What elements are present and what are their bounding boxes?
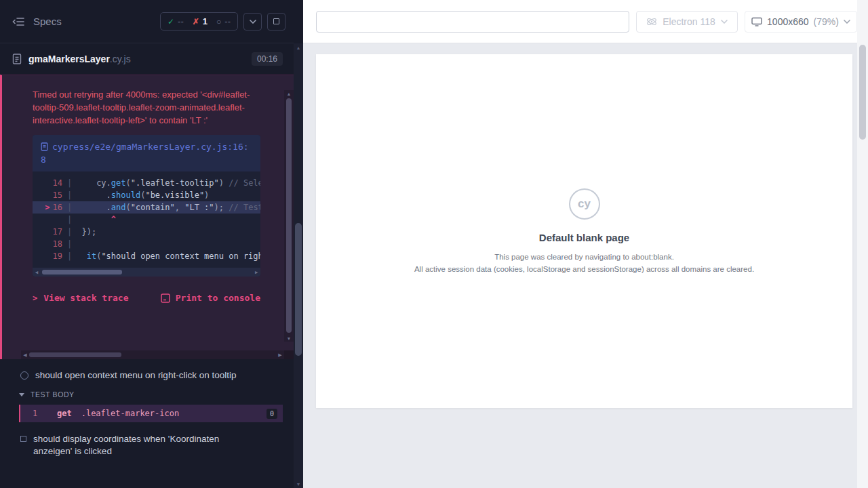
reporter-panel: Specs ✓ -- ✗ 1 ○ -- gm bbox=[0, 0, 294, 488]
viewport-size: 1000x660 bbox=[767, 16, 809, 27]
scrollbar-corner bbox=[284, 350, 294, 359]
scroll-up-arrow[interactable]: ▲ bbox=[284, 90, 294, 97]
test-item-coordinates[interactable]: should display coordinates when 'Koordin… bbox=[0, 422, 294, 462]
collapse-all-button[interactable] bbox=[243, 13, 262, 30]
chevron-down-icon bbox=[19, 393, 24, 396]
error-horizontal-scrollbar[interactable]: ◀ ▶ bbox=[21, 350, 284, 359]
view-stack-trace-link[interactable]: View stack trace bbox=[43, 293, 128, 303]
test-item-context-menu[interactable]: should open context menu on right-click … bbox=[0, 359, 294, 384]
codeframe-horizontal-scrollbar[interactable]: ◀ ▶ bbox=[33, 268, 260, 277]
code-line: 17| }); bbox=[33, 226, 260, 238]
viewport-icon bbox=[751, 17, 762, 26]
reporter-vertical-scrollbar[interactable]: ▲ ▼ bbox=[294, 43, 303, 488]
scroll-up-arrow[interactable]: ▲ bbox=[294, 43, 303, 52]
error-vertical-scrollbar[interactable]: ▲ ▼ bbox=[284, 90, 294, 342]
scroll-right-arrow[interactable]: ▶ bbox=[276, 350, 284, 359]
browser-selector[interactable]: Electron 118 bbox=[636, 11, 738, 33]
error-links-row: > View stack trace Print to console bbox=[33, 293, 260, 303]
viewport-scale: (79%) bbox=[814, 16, 839, 27]
viewport-selector[interactable]: 1000x660 (79%) bbox=[745, 11, 857, 33]
command-badge: 0 bbox=[267, 409, 277, 419]
cypress-logo-text: cy bbox=[578, 197, 591, 211]
blank-page-line2: All active session data (cookies, localS… bbox=[414, 264, 754, 274]
code-line: 15| .should("be.visible") bbox=[33, 189, 260, 201]
page-vertical-scrollbar[interactable] bbox=[857, 0, 868, 488]
code-frame-file-link[interactable]: cypress/e2e/gmaMarkersLayer.cy.js:16:8 bbox=[33, 135, 260, 171]
chevron-down-icon bbox=[250, 20, 256, 24]
command-number: 1 bbox=[20, 409, 57, 418]
test-title: should display coordinates when 'Koordin… bbox=[33, 433, 246, 458]
stat-pending: ○ -- bbox=[216, 16, 231, 26]
electron-icon bbox=[646, 16, 657, 27]
code-line: | ^ bbox=[33, 214, 260, 226]
scrollbar-thumb[interactable] bbox=[29, 352, 121, 357]
spec-name: gmaMarkersLayer bbox=[28, 54, 110, 64]
stop-square-icon bbox=[273, 18, 279, 24]
command-method: get bbox=[57, 409, 72, 418]
spec-file-icon bbox=[12, 54, 22, 64]
url-input[interactable] bbox=[316, 11, 629, 33]
scroll-right-arrow[interactable]: ▶ bbox=[252, 268, 260, 277]
passed-count: -- bbox=[178, 16, 184, 26]
pending-circle-icon: ○ bbox=[216, 17, 221, 26]
command-target: .leaflet-marker-icon bbox=[81, 409, 180, 418]
test-title: should open context menu on right-click … bbox=[35, 370, 236, 380]
codeframe-lines: 14| cy.get(".leaflet-tooltip") // Select… bbox=[33, 171, 260, 262]
code-frame-file: cypress/e2e/gmaMarkersLayer.cy.js:16:8 bbox=[41, 142, 249, 165]
browser-label: Electron 118 bbox=[663, 16, 715, 27]
specs-menu-icon[interactable] bbox=[12, 17, 24, 26]
reporter-header: Specs ✓ -- ✗ 1 ○ -- bbox=[0, 0, 294, 43]
console-icon bbox=[161, 293, 170, 303]
aut-background: cy Default blank page This page was clea… bbox=[303, 43, 857, 488]
scrollbar-thumb[interactable] bbox=[42, 270, 122, 274]
test-body-label: TEST BODY bbox=[31, 390, 75, 399]
spec-extension: .cy.js bbox=[110, 54, 131, 64]
blank-page-title: Default blank page bbox=[539, 232, 629, 243]
browser-toolbar: Electron 118 1000x660 (79%) bbox=[303, 0, 857, 43]
code-line: 18| bbox=[33, 238, 260, 250]
scroll-down-arrow[interactable]: ▼ bbox=[284, 335, 294, 342]
scrollbar-thumb[interactable] bbox=[859, 45, 866, 140]
failed-count: 1 bbox=[203, 16, 208, 26]
test-body-toggle[interactable]: TEST BODY bbox=[0, 384, 294, 403]
blank-page-line1: This page was cleared by navigating to a… bbox=[494, 252, 674, 262]
chevron-right-icon: > bbox=[33, 293, 37, 303]
code-frame: cypress/e2e/gmaMarkersLayer.cy.js:16:8 1… bbox=[33, 135, 260, 277]
specs-title: Specs bbox=[33, 16, 62, 27]
spec-duration-badge: 00:16 bbox=[252, 52, 283, 66]
test-pending-icon bbox=[20, 436, 26, 442]
scrollbar-thumb[interactable] bbox=[286, 98, 292, 333]
pending-count: -- bbox=[224, 16, 231, 26]
code-line: 14| cy.get(".leaflet-tooltip") // Select bbox=[33, 177, 260, 189]
code-line: >16| .and("contain", "LT :"); // Test bbox=[33, 201, 260, 214]
scroll-down-arrow[interactable]: ▼ bbox=[294, 480, 303, 488]
test-processing-icon bbox=[20, 371, 28, 380]
reporter-scrollbar-column: ▲ ▼ bbox=[294, 0, 303, 488]
chevron-down-icon bbox=[721, 20, 728, 24]
failed-attempt-block: Timed out retrying after 4000ms: expecte… bbox=[0, 75, 294, 359]
x-icon: ✗ bbox=[193, 17, 199, 26]
command-row-get[interactable]: 1 get .leaflet-marker-icon 0 bbox=[19, 405, 283, 422]
chevron-down-icon bbox=[844, 20, 850, 24]
check-icon: ✓ bbox=[167, 17, 174, 26]
print-to-console-label: Print to console bbox=[176, 293, 260, 303]
test-stats: ✓ -- ✗ 1 ○ -- bbox=[160, 12, 238, 30]
stat-failed: ✗ 1 bbox=[193, 16, 208, 26]
scrollbar-thumb[interactable] bbox=[295, 223, 302, 356]
spec-row[interactable]: gmaMarkersLayer.cy.js 00:16 bbox=[0, 43, 294, 75]
stop-button[interactable] bbox=[267, 13, 285, 30]
aut-iframe: cy Default blank page This page was clea… bbox=[316, 54, 852, 408]
scroll-left-arrow[interactable]: ◀ bbox=[33, 268, 41, 277]
print-to-console-link[interactable]: Print to console bbox=[161, 293, 260, 303]
cypress-logo: cy bbox=[569, 188, 600, 220]
stat-passed: ✓ -- bbox=[167, 16, 184, 26]
error-message: Timed out retrying after 4000ms: expecte… bbox=[33, 88, 262, 127]
scroll-left-arrow[interactable]: ◀ bbox=[21, 350, 29, 359]
code-line: 19| it("should open context menu on righ… bbox=[33, 250, 260, 262]
